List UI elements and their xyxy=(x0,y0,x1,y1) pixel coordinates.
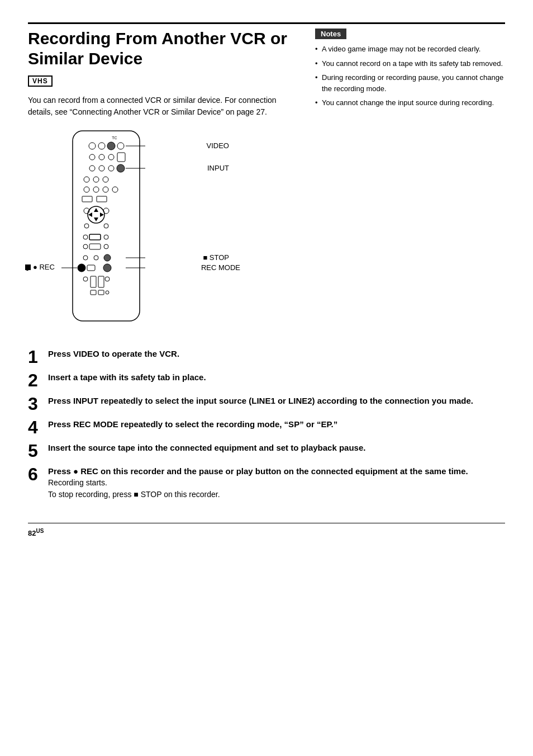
step-main-text: Press VIDEO to operate the VCR. xyxy=(48,348,505,360)
svg-point-40 xyxy=(104,254,111,261)
svg-rect-9 xyxy=(117,153,125,162)
svg-point-4 xyxy=(107,142,115,150)
step-number: 4 xyxy=(28,418,44,436)
remote-illustration: TC xyxy=(56,128,298,331)
intro-text: You can record from a connected VCR or s… xyxy=(28,94,298,118)
top-border xyxy=(28,22,505,24)
svg-rect-45 xyxy=(91,276,96,287)
step-main-text: Press REC MODE repeatedly to select the … xyxy=(48,418,505,430)
svg-rect-22 xyxy=(97,196,107,202)
svg-point-13 xyxy=(117,164,125,172)
svg-point-19 xyxy=(103,187,108,192)
note-item: You cannot change the input source durin… xyxy=(315,97,505,108)
note-item: You cannot record on a tape with its saf… xyxy=(315,58,505,69)
rec-mode-label: REC MODE xyxy=(201,263,240,272)
svg-point-16 xyxy=(103,177,108,182)
svg-point-37 xyxy=(104,244,108,249)
step-main-text: Insert the source tape into the connecte… xyxy=(48,442,505,453)
notes-box: Notes A video game image may not be reco… xyxy=(315,29,505,108)
remote-labels-wrapper: TC xyxy=(56,128,179,329)
step-main-text: Insert a tape with its safety tab in pla… xyxy=(48,371,505,383)
svg-point-41 xyxy=(78,264,85,272)
page-number-super: US xyxy=(36,528,44,534)
step: 4Press REC MODE repeatedly to select the… xyxy=(28,418,505,436)
remote-svg: TC xyxy=(56,128,179,329)
svg-point-44 xyxy=(83,277,88,281)
svg-marker-27 xyxy=(94,218,98,221)
svg-point-31 xyxy=(104,224,108,228)
svg-point-17 xyxy=(84,187,89,192)
svg-point-35 xyxy=(83,244,88,249)
note-item: During recording or recording pause, you… xyxy=(315,72,505,94)
rec-dot: ● xyxy=(25,264,31,270)
svg-point-3 xyxy=(98,143,105,149)
svg-rect-21 xyxy=(82,196,92,202)
svg-point-15 xyxy=(93,177,99,182)
svg-point-14 xyxy=(84,177,89,182)
stop-label: ■ STOP xyxy=(203,253,229,262)
step-main-text: Press ● REC on this recorder and the pau… xyxy=(48,465,505,477)
rec-text: ● REC xyxy=(33,263,55,271)
svg-point-32 xyxy=(83,235,88,239)
svg-marker-26 xyxy=(94,208,98,212)
svg-marker-28 xyxy=(88,212,92,217)
video-label: VIDEO xyxy=(207,141,229,150)
svg-point-12 xyxy=(108,166,114,171)
svg-point-6 xyxy=(89,154,95,160)
input-label: INPUT xyxy=(207,164,229,172)
step-content: Press INPUT repeatedly to select the inp… xyxy=(48,395,505,407)
svg-rect-0 xyxy=(73,131,140,321)
svg-point-2 xyxy=(89,143,96,149)
step: 3Press INPUT repeatedly to select the in… xyxy=(28,395,505,413)
svg-point-34 xyxy=(104,235,108,239)
step: 2Insert a tape with its safety tab in pl… xyxy=(28,371,505,389)
svg-point-50 xyxy=(106,291,109,294)
two-column-layout: Recording From Another VCR or Similar De… xyxy=(28,29,505,342)
step-number: 1 xyxy=(28,348,44,366)
svg-marker-29 xyxy=(100,212,104,217)
svg-point-47 xyxy=(105,277,110,281)
svg-point-30 xyxy=(84,224,89,228)
svg-point-43 xyxy=(103,264,111,272)
svg-rect-48 xyxy=(91,290,96,295)
svg-rect-49 xyxy=(98,290,104,295)
vhs-badge: VHS xyxy=(28,75,53,87)
page-number-value: 82 xyxy=(28,529,36,537)
step-content: Insert the source tape into the connecte… xyxy=(48,442,505,453)
page-footer: 82US xyxy=(28,523,505,537)
step: 1Press VIDEO to operate the VCR. xyxy=(28,348,505,366)
step-number: 6 xyxy=(28,465,44,483)
svg-point-38 xyxy=(83,256,88,260)
svg-point-39 xyxy=(94,256,98,260)
step-sub-text: Recording starts. To stop recording, pre… xyxy=(48,477,505,500)
svg-rect-42 xyxy=(87,265,95,271)
step: 6Press ● REC on this recorder and the pa… xyxy=(28,465,505,500)
step-content: Press ● REC on this recorder and the pau… xyxy=(48,465,505,500)
step-number: 3 xyxy=(28,395,44,413)
step-content: Insert a tape with its safety tab in pla… xyxy=(48,371,505,383)
page-title: Recording From Another VCR or Similar De… xyxy=(28,29,298,69)
svg-point-18 xyxy=(93,187,99,192)
notes-header: Notes xyxy=(315,29,346,39)
step-number: 5 xyxy=(28,442,44,460)
step-content: Press VIDEO to operate the VCR. xyxy=(48,348,505,360)
svg-rect-46 xyxy=(98,276,104,287)
note-item: A video game image may not be recorded c… xyxy=(315,44,505,55)
page-container: Recording From Another VCR or Similar De… xyxy=(28,22,505,537)
step-number: 2 xyxy=(28,371,44,389)
svg-rect-33 xyxy=(89,234,101,240)
left-column: Recording From Another VCR or Similar De… xyxy=(28,29,298,342)
step: 5Insert the source tape into the connect… xyxy=(28,442,505,460)
svg-point-7 xyxy=(99,154,104,160)
steps-below: 1Press VIDEO to operate the VCR.2Insert … xyxy=(28,348,505,506)
svg-point-8 xyxy=(108,154,114,160)
page-number: 82US xyxy=(28,528,44,537)
svg-point-5 xyxy=(117,143,124,149)
svg-point-20 xyxy=(112,187,118,192)
rec-label: ● ● REC xyxy=(25,263,55,271)
svg-point-10 xyxy=(89,166,95,171)
right-column: Notes A video game image may not be reco… xyxy=(315,29,505,342)
step-main-text: Press INPUT repeatedly to select the inp… xyxy=(48,395,505,407)
svg-text:TC: TC xyxy=(112,136,117,140)
svg-rect-36 xyxy=(89,244,101,249)
